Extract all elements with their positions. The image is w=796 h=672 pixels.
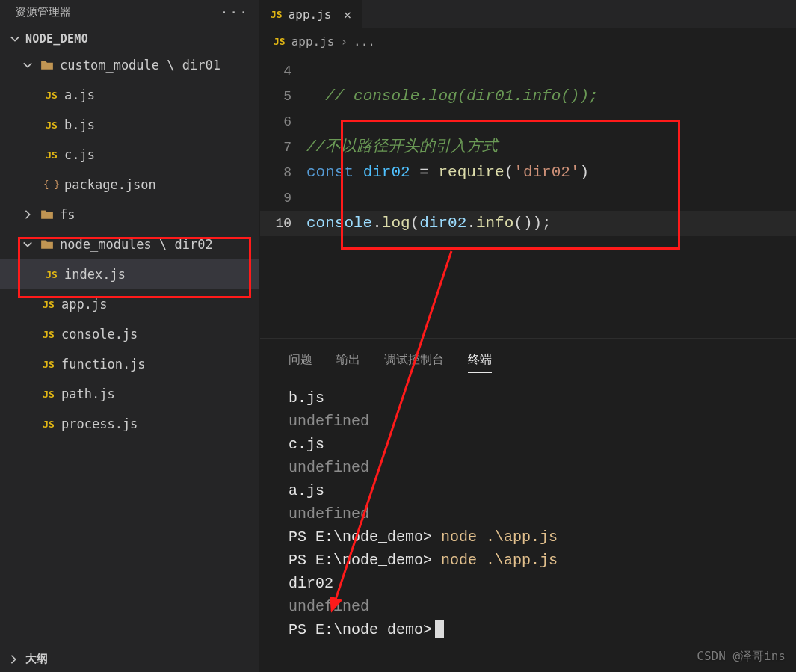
panel-tabs: 问题 输出 调试控制台 终端 bbox=[260, 339, 796, 379]
folder-icon bbox=[39, 208, 55, 221]
terminal-line: PS E:\node_demo> node .\app.js bbox=[289, 549, 778, 572]
panel-tab-terminal[interactable]: 终端 bbox=[468, 352, 492, 373]
terminal-line: b.js bbox=[289, 386, 778, 410]
file-tree: custom_module \ dir01 JS a.js JS b.js JS… bbox=[0, 50, 259, 646]
editor-tabs: JS app.js × bbox=[260, 0, 796, 28]
line-number: 7 bbox=[260, 135, 306, 160]
chevron-down-icon bbox=[21, 239, 34, 250]
tree-folder-node-modules-dir02[interactable]: node_modules \ dir02 bbox=[0, 229, 259, 259]
tree-item-label: a.js bbox=[64, 87, 95, 102]
line-number: 4 bbox=[260, 58, 306, 84]
folder-icon bbox=[39, 238, 55, 251]
explorer-sidebar: 资源管理器 ··· NODE_DEMO custom_module \ dir0… bbox=[0, 0, 260, 672]
tree-item-label: fs bbox=[60, 207, 75, 222]
explorer-title: 资源管理器 bbox=[15, 5, 71, 19]
breadcrumb-file: app.js bbox=[291, 34, 335, 49]
tab-label: app.js bbox=[289, 7, 332, 22]
line-number: 5 bbox=[260, 84, 306, 109]
tree-file-index-js[interactable]: JS index.js bbox=[0, 259, 259, 289]
workspace-folder-name: NODE_DEMO bbox=[25, 32, 88, 46]
tree-item-label: custom_module \ dir01 bbox=[60, 58, 220, 73]
outline-header[interactable]: 大纲 bbox=[0, 646, 259, 672]
chevron-down-icon bbox=[21, 60, 34, 70]
line-number: 9 bbox=[260, 185, 306, 211]
tree-file-console-js[interactable]: JS console.js bbox=[0, 319, 259, 349]
tab-app-js[interactable]: JS app.js × bbox=[260, 0, 362, 28]
terminal-line: a.js bbox=[289, 479, 778, 502]
terminal-line: c.js bbox=[289, 433, 778, 456]
tree-file-path-js[interactable]: JS path.js bbox=[0, 379, 259, 409]
code-editor[interactable]: 4 5 // console.log(dir01.info()); 6 7//不… bbox=[260, 54, 796, 338]
line-number: 8 bbox=[260, 160, 306, 185]
js-icon: JS bbox=[40, 419, 57, 430]
tree-item-label: console.js bbox=[61, 327, 138, 342]
chevron-right-icon bbox=[21, 209, 34, 220]
js-icon: JS bbox=[40, 389, 57, 400]
terminal-line: undefined bbox=[289, 456, 778, 479]
js-icon: JS bbox=[271, 9, 283, 20]
tree-item-label: function.js bbox=[61, 357, 146, 372]
terminal-line: undefined bbox=[289, 502, 778, 525]
tree-item-label: index.js bbox=[64, 267, 126, 282]
tree-item-label: process.js bbox=[61, 416, 138, 431]
tree-file-a-js[interactable]: JS a.js bbox=[0, 80, 259, 110]
tree-folder-custom-module[interactable]: custom_module \ dir01 bbox=[0, 50, 259, 80]
tree-file-b-js[interactable]: JS b.js bbox=[0, 110, 259, 140]
outline-label: 大纲 bbox=[25, 652, 48, 666]
js-icon: JS bbox=[274, 36, 286, 47]
terminal-line: undefined bbox=[289, 595, 778, 618]
tree-folder-fs[interactable]: fs bbox=[0, 200, 259, 229]
js-icon: JS bbox=[40, 359, 57, 370]
breadcrumb-more: ... bbox=[354, 34, 375, 49]
chevron-down-icon bbox=[9, 34, 21, 44]
tree-item-label: app.js bbox=[61, 297, 107, 312]
terminal-line: undefined bbox=[289, 410, 778, 433]
folder-icon bbox=[39, 58, 55, 72]
bottom-panel: 问题 输出 调试控制台 终端 b.js undefined c.js undef… bbox=[260, 338, 796, 672]
panel-tab-problems[interactable]: 问题 bbox=[289, 352, 312, 373]
chevron-right-icon: › bbox=[340, 34, 348, 49]
js-icon: JS bbox=[40, 299, 57, 310]
tree-file-package-json[interactable]: { } package.json bbox=[0, 170, 259, 200]
terminal-line: PS E:\node_demo> bbox=[289, 618, 778, 641]
tree-file-process-js[interactable]: JS process.js bbox=[0, 409, 259, 439]
terminal-line: dir02 bbox=[289, 572, 778, 595]
cursor-icon bbox=[435, 620, 444, 638]
js-icon: JS bbox=[43, 269, 60, 280]
more-icon[interactable]: ··· bbox=[220, 4, 249, 20]
close-icon[interactable]: × bbox=[343, 7, 351, 22]
line-number: 10 bbox=[260, 211, 306, 236]
tree-file-c-js[interactable]: JS c.js bbox=[0, 140, 259, 170]
terminal[interactable]: b.js undefined c.js undefined a.js undef… bbox=[260, 379, 796, 672]
line-number: 6 bbox=[260, 109, 306, 135]
tree-file-function-js[interactable]: JS function.js bbox=[0, 349, 259, 379]
panel-tab-debug[interactable]: 调试控制台 bbox=[384, 352, 444, 373]
terminal-line: PS E:\node_demo> node .\app.js bbox=[289, 525, 778, 549]
watermark: CSDN @泽哥ins bbox=[697, 649, 786, 665]
js-icon: JS bbox=[43, 149, 60, 161]
json-icon: { } bbox=[43, 179, 60, 190]
breadcrumb[interactable]: JS app.js › ... bbox=[260, 28, 796, 54]
workspace-folder-header[interactable]: NODE_DEMO bbox=[0, 28, 259, 50]
tree-item-label: package.json bbox=[64, 177, 156, 192]
tree-file-app-js[interactable]: JS app.js bbox=[0, 289, 259, 319]
editor-area: JS app.js × JS app.js › ... 4 5 // conso… bbox=[260, 0, 796, 672]
js-icon: JS bbox=[43, 120, 60, 131]
tree-item-label: path.js bbox=[61, 386, 115, 401]
js-icon: JS bbox=[40, 329, 57, 340]
tree-item-label: b.js bbox=[64, 117, 95, 132]
explorer-header: 资源管理器 ··· bbox=[0, 0, 259, 28]
tree-item-label: node_modules \ dir02 bbox=[60, 237, 213, 252]
panel-tab-output[interactable]: 输出 bbox=[336, 352, 360, 373]
tree-item-label: c.js bbox=[64, 147, 95, 162]
chevron-right-icon bbox=[7, 654, 19, 665]
js-icon: JS bbox=[43, 90, 60, 101]
